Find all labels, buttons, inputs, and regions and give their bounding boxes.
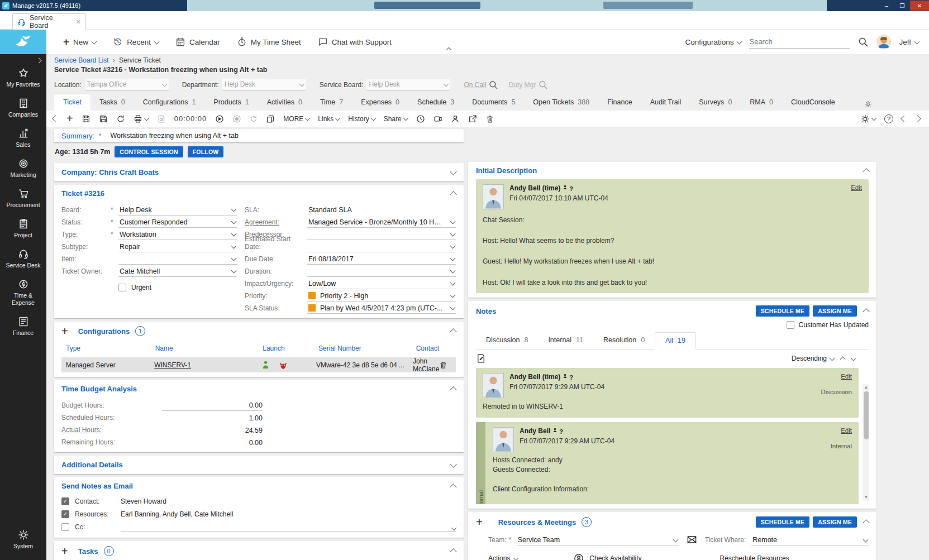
maximize-button[interactable]: ❐ [894,1,910,11]
edit-link[interactable]: Edit [841,427,852,434]
service-board-select[interactable]: Help Desk [366,79,450,91]
tab-schedule[interactable]: Schedule3 [408,94,463,111]
search-input[interactable] [749,37,850,46]
check-availability-link[interactable]: Check Availability [589,554,641,560]
sidebar-item-time-expense[interactable]: Time & Expense [0,274,46,310]
back-icon[interactable] [53,116,58,121]
contact-question-icon[interactable]: ? [552,427,563,435]
collapse-section-icon[interactable] [450,386,457,394]
new-menu[interactable]: + New [63,36,96,48]
print-menu[interactable] [134,114,149,123]
col-type[interactable]: Type [61,344,155,352]
search-icon[interactable] [857,36,869,47]
scrollbar-thumb[interactable] [864,391,869,439]
sidebar-item-sales[interactable]: Sales [0,123,46,153]
actual-hours-label[interactable]: Actual Hours: [61,426,162,435]
tab-ticket[interactable]: Ticket [54,94,90,111]
assign-me-button[interactable]: ASSIGN ME [813,305,857,317]
cc-field[interactable] [121,523,456,532]
schedule-me-button[interactable]: SCHEDULE ME [756,516,810,528]
actions-menu[interactable]: Actions [488,554,518,560]
agreement-select[interactable]: Managed Service - Bronze/Monthly 10 Hour… [307,218,456,228]
tab-close-icon[interactable]: ✕ [76,18,81,26]
duty-mgr-link[interactable]: Duty Mgr [508,81,536,89]
help-icon[interactable]: ? [884,114,893,123]
summary-value[interactable]: Workstation freezing when using Alt + ta… [111,132,239,140]
duration-field[interactable] [307,267,456,277]
collapse-section-icon[interactable] [450,484,457,491]
tab-surveys[interactable]: Surveys0 [690,94,741,111]
mail-icon[interactable] [687,534,697,545]
expand-section-icon[interactable] [450,461,457,468]
notes-tab-all[interactable]: All19 [655,332,696,350]
impact-urgency-select[interactable]: Low/Low [307,279,456,289]
delete-ticket-icon[interactable] [485,114,494,123]
remote-control-launch-icon[interactable] [261,360,270,370]
tab-configurations[interactable]: Configurations1 [134,94,205,111]
sidebar-item-my-favorites[interactable]: My Favorites [0,63,46,93]
tab-time[interactable]: Time7 [311,94,352,111]
more-menu[interactable]: MORE [283,115,309,123]
tab-settings-gear-icon[interactable] [863,100,873,111]
team-select[interactable]: Service Team [517,536,679,545]
contact-person-icon[interactable] [451,114,460,123]
tab-service-board[interactable]: Service Board ✕ [12,13,86,30]
budget-hours-value[interactable]: 0.00 [162,401,263,411]
user-menu[interactable]: Jeff [899,38,919,46]
add-configuration-icon[interactable]: + [61,327,68,335]
breadcrumb-parent-link[interactable]: Service Board List [54,56,108,64]
sidebar-item-service-desk[interactable]: Service Desk [0,243,46,274]
add-task-icon[interactable]: + [61,547,68,555]
predecessor-select[interactable] [307,230,456,240]
contact-question-icon[interactable]: ? [563,373,573,381]
add-icon[interactable]: + [66,112,73,125]
type-select[interactable]: Workstation [118,230,237,240]
on-call-link[interactable]: On Call [464,81,486,89]
chat-with-support-link[interactable]: Chat with Support [318,37,392,47]
control-session-button[interactable]: CONTROL SESSION [115,146,183,157]
company-header[interactable]: Company: Chris Craft Boats [61,168,159,176]
note-entry[interactable]: Internal Andy Bell ? Fri 07/07/2017 9:29… [476,422,859,504]
scroll-previous-icon[interactable] [840,357,846,362]
previous-record-icon[interactable] [902,116,907,121]
item-select[interactable] [118,255,237,265]
sidebar-item-marketing[interactable]: Marketing [0,153,46,183]
search-icon[interactable] [488,80,498,90]
config-name-link[interactable]: WINSERV-1 [154,361,261,369]
save-and-close-icon[interactable] [99,114,108,123]
expand-section-icon[interactable] [450,168,457,175]
edit-link[interactable]: Edit [851,184,862,191]
edit-link[interactable]: Edit [841,373,852,380]
tab-finance[interactable]: Finance [598,94,641,111]
ticket-owner-select[interactable]: Cate Mitchell [118,267,237,277]
notes-tab-resolution[interactable]: Resolution0 [593,332,655,349]
start-timer-icon[interactable] [215,114,224,123]
cc-checkbox[interactable] [61,523,69,531]
follow-button[interactable]: FOLLOW [188,146,224,157]
notes-tab-discussion[interactable]: Discussion8 [476,332,538,349]
col-name[interactable]: Name [155,344,263,352]
add-resource-icon[interactable]: + [476,518,483,526]
add-note-icon[interactable] [476,353,486,363]
assign-me-button[interactable]: ASSIGN ME [813,516,857,528]
collapse-section-icon[interactable] [450,328,457,336]
agreement-label[interactable]: Agreement: [245,218,307,228]
sidebar-item-finance[interactable]: Finance [0,311,46,341]
col-contact[interactable]: Contact [416,344,439,352]
tab-products[interactable]: Products1 [204,94,258,111]
tab-audit-trail[interactable]: Audit Trail [641,94,690,111]
collapse-section-icon[interactable] [450,548,457,556]
resources-checkbox[interactable]: ✓ [61,510,69,518]
schedule-time-icon[interactable] [416,114,425,123]
tab-expenses[interactable]: Expenses0 [352,94,408,111]
share-menu[interactable]: Share [384,115,408,123]
recent-menu[interactable]: Recent [113,37,159,47]
sidebar-item-companies[interactable]: Companies [0,93,46,123]
my-time-sheet-link[interactable]: My Time Sheet [237,37,301,47]
tab-activities[interactable]: Activities0 [258,94,311,111]
toolbar-settings-gear-icon[interactable] [861,114,876,123]
sidebar-item-procurement[interactable]: Procurement [0,183,46,213]
scrollbar-up-arrow[interactable]: ▲ [863,384,869,391]
remote-rescue-launch-icon[interactable] [278,360,288,370]
estimated-start-date-select[interactable] [307,242,456,252]
